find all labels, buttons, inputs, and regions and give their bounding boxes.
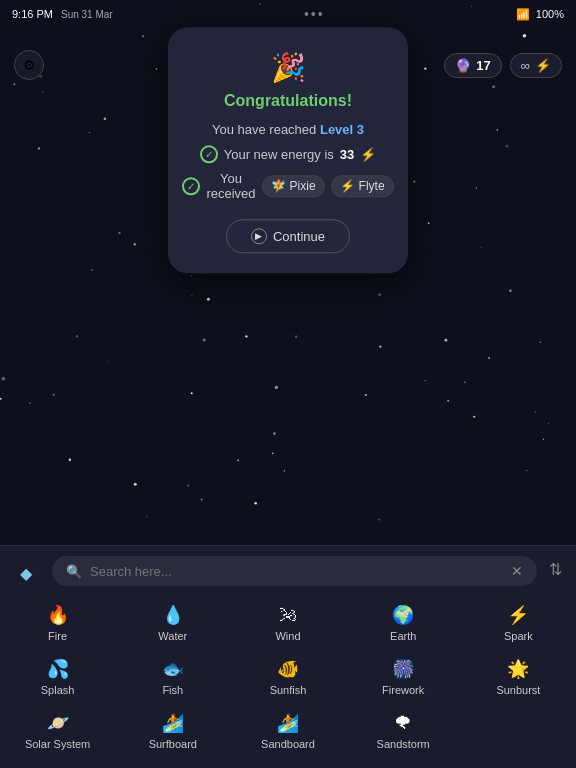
wifi-icon: 📶 [516,8,530,21]
element-label: Sunfish [270,684,307,696]
received-label: You received [206,171,255,201]
element-icon: 🐠 [277,658,299,680]
element-item-splash[interactable]: 💦 Splash [0,650,115,704]
search-row: ◆ 🔍 ✕ ⇅ [0,546,576,592]
play-icon: ▶ [251,228,267,244]
check-icon: ✓ [205,149,213,160]
battery-display: 100% [536,8,564,20]
reached-text: You have reached Level 3 [188,122,388,137]
continue-button[interactable]: ▶ Continue [226,219,350,253]
search-icon: 🔍 [66,564,82,579]
modal-title: Congratulations! [188,92,388,110]
continue-label: Continue [273,229,325,244]
level-highlight: Level 3 [320,122,364,137]
pixie-icon: 🧚 [271,179,286,193]
element-icon: 🌬 [279,605,297,626]
received-row: ✓ You received 🧚 Pixie ⚡ Flyte [188,171,388,201]
element-icon: 🏄 [277,712,299,734]
element-item-sandstorm[interactable]: 🌪 Sandstorm [346,704,461,758]
element-label: Sandboard [261,738,315,750]
time-display: 9:16 PM [12,8,53,20]
diamond-button[interactable]: ◆ [12,559,40,587]
elements-grid: 🔥 Fire 💧 Water 🌬 Wind 🌍 Earth ⚡ Spark 💦 … [0,592,576,768]
clear-icon[interactable]: ✕ [511,563,523,579]
element-label: Fish [162,684,183,696]
element-label: Solar System [25,738,90,750]
element-icon: 🎆 [392,658,414,680]
energy-badge: ∞ ⚡ [510,53,562,78]
modal-emoji: 🎉 [188,51,388,84]
search-bar: 🔍 ✕ [52,556,537,586]
energy-bolt: ⚡ [360,147,376,162]
flyte-label: Flyte [359,179,385,193]
element-icon: 🔥 [47,604,69,626]
element-item-surfboard[interactable]: 🏄 Surfboard [115,704,230,758]
element-label: Sandstorm [377,738,430,750]
energy-row: ✓ Your new energy is 33 ⚡ [188,145,388,163]
element-item-sandboard[interactable]: 🏄 Sandboard [230,704,345,758]
flyte-icon: ⚡ [340,179,355,193]
diamond-icon: ◆ [20,564,32,583]
element-icon: 🐟 [162,658,184,680]
element-item-firework[interactable]: 🎆 Firework [346,650,461,704]
element-icon: 🪐 [47,712,69,734]
element-item-fish[interactable]: 🐟 Fish [115,650,230,704]
pixie-badge: 🧚 Pixie [262,175,325,197]
three-dots: ••• [304,6,325,22]
element-icon: 🏄 [162,712,184,734]
element-icon: 💧 [162,604,184,626]
check-circle-received: ✓ [182,177,200,195]
element-label: Wind [275,630,300,642]
element-icon: 💦 [47,658,69,680]
element-item-wind[interactable]: 🌬 Wind [230,596,345,650]
element-label: Splash [41,684,75,696]
element-icon: 🌍 [392,604,414,626]
element-item-sunfish[interactable]: 🐠 Sunfish [230,650,345,704]
infinity-icon: ∞ [521,58,530,73]
element-icon: 🌟 [507,658,529,680]
element-item-water[interactable]: 💧 Water [115,596,230,650]
element-label: Spark [504,630,533,642]
energy-value: 33 [340,147,354,162]
element-label: Water [158,630,187,642]
coins-badge: 🔮 17 [444,53,501,78]
coin-count: 17 [476,58,490,73]
energy-label: Your new energy is [224,147,334,162]
flyte-badge: ⚡ Flyte [331,175,394,197]
element-icon: ⚡ [507,604,529,626]
check-circle-energy: ✓ [200,145,218,163]
bottom-panel: ◆ 🔍 ✕ ⇅ 🔥 Fire 💧 Water 🌬 Wind 🌍 Earth ⚡ … [0,545,576,768]
element-label: Fire [48,630,67,642]
status-bar: 9:16 PM Sun 31 Mar ••• 📶 100% [0,0,576,26]
element-icon: 🌪 [394,713,412,734]
reached-label: You have reached [212,122,316,137]
coin-icon: 🔮 [455,58,471,73]
element-item-spark[interactable]: ⚡ Spark [461,596,576,650]
gear-icon: ⚙ [23,57,36,73]
element-item-earth[interactable]: 🌍 Earth [346,596,461,650]
element-label: Sunburst [496,684,540,696]
search-input[interactable] [90,564,503,579]
congratulations-modal: 🎉 Congratulations! You have reached Leve… [168,27,408,273]
pixie-label: Pixie [290,179,316,193]
date-display: Sun 31 Mar [61,9,113,20]
element-item-sunburst[interactable]: 🌟 Sunburst [461,650,576,704]
element-label: Firework [382,684,424,696]
received-badges: 🧚 Pixie ⚡ Flyte [262,175,394,197]
element-label: Surfboard [149,738,197,750]
element-label: Earth [390,630,416,642]
element-item-fire[interactable]: 🔥 Fire [0,596,115,650]
gear-button[interactable]: ⚙ [14,50,44,80]
bolt-icon: ⚡ [535,58,551,73]
element-item-solar-system[interactable]: 🪐 Solar System [0,704,115,758]
sort-button[interactable]: ⇅ [549,560,562,579]
